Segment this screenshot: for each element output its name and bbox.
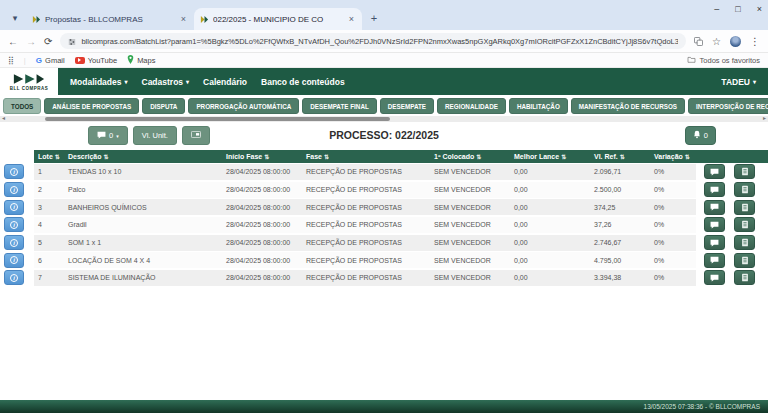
translate-icon[interactable]: [694, 32, 703, 50]
lot-number: 7: [34, 270, 64, 286]
column-header-lote[interactable]: Lote⇅: [34, 150, 64, 163]
url-text[interactable]: bllcompras.com/BatchList?param1=%5Bgkz%5…: [81, 37, 678, 46]
phase-tab[interactable]: DESEMPATE: [380, 98, 434, 114]
phase-tab[interactable]: MANIFESTAÇÃO DE RECURSOS: [571, 98, 685, 114]
lot-report-button[interactable]: [734, 235, 755, 250]
lot-first-place: SEM VENCEDOR: [430, 252, 510, 268]
column-header-inicio-fase[interactable]: Início Fase⇅: [222, 150, 302, 163]
column-header-variacao[interactable]: Variação⇅: [650, 150, 696, 163]
menu-item[interactable]: Calendário: [203, 77, 247, 87]
column-header-vl-ref[interactable]: Vl. Ref.⇅: [590, 150, 650, 163]
lot-info-button[interactable]: i: [4, 270, 24, 285]
phase-tab[interactable]: REGIONALIDADE: [437, 98, 506, 114]
column-header-descricao[interactable]: Descrição⇅: [64, 150, 222, 163]
lot-info-button[interactable]: i: [4, 235, 24, 250]
lot-info-button[interactable]: i: [4, 182, 24, 197]
bell-count: 0: [704, 131, 708, 140]
user-menu[interactable]: TADEU ▾: [721, 77, 756, 87]
tab-close-icon[interactable]: ×: [179, 14, 188, 24]
info-cell: i: [0, 217, 34, 233]
info-icon: i: [10, 186, 18, 194]
lot-chat-button[interactable]: [704, 182, 725, 197]
lot-report-button[interactable]: [734, 164, 755, 179]
lot-description: BANHEIROS QUÍMICOS: [64, 199, 222, 215]
scrollbar-thumb[interactable]: [45, 117, 390, 121]
site-settings-icon[interactable]: [68, 33, 76, 49]
sort-icon: ⇅: [324, 153, 329, 160]
column-header-melhor-lance[interactable]: Melhor Lance⇅: [510, 150, 590, 163]
bll-favicon-icon: [200, 15, 209, 24]
phase-tab[interactable]: TODOS: [3, 98, 41, 114]
menu-item[interactable]: Banco de conteúdos: [261, 77, 345, 87]
lot-first-place: SEM VENCEDOR: [430, 270, 510, 286]
folder-icon: [687, 56, 696, 65]
window-controls: – □ ×: [714, 4, 762, 14]
app-header: BLL COMPRAS Modalidades ▾ Cadastros ▾ Ca…: [0, 68, 768, 95]
lot-report-button[interactable]: [734, 182, 755, 197]
new-tab-button[interactable]: +: [366, 8, 382, 28]
sort-icon: ⇅: [476, 153, 481, 160]
menu-item-label: Calendário: [203, 77, 247, 87]
column-header-colocado[interactable]: 1º Colocado⇅: [430, 150, 510, 163]
lot-start-date: 28/04/2025 08:00:00: [222, 164, 302, 180]
lot-reference-value: 4.795,00: [590, 252, 650, 268]
lot-info-button[interactable]: i: [4, 164, 24, 179]
reload-icon[interactable]: ⟳: [44, 36, 52, 47]
lot-chat-button[interactable]: [704, 164, 725, 179]
actions-cell: [696, 252, 768, 268]
lot-report-button[interactable]: [734, 253, 755, 268]
phase-tab[interactable]: INTERPOSIÇÃO DE RECURSOS: [688, 98, 768, 114]
forward-icon[interactable]: →: [26, 36, 36, 47]
minimize-button[interactable]: –: [714, 4, 719, 14]
lot-best-bid: 0,00: [510, 252, 590, 268]
back-icon[interactable]: ←: [8, 36, 18, 47]
lot-report-button[interactable]: [734, 217, 755, 232]
lot-chat-button[interactable]: [704, 235, 725, 250]
column-header-fase[interactable]: Fase⇅: [302, 150, 430, 163]
phase-tab[interactable]: DISPUTA: [142, 98, 185, 114]
all-bookmarks-button[interactable]: Todos os favoritos: [687, 56, 760, 65]
kebab-menu-icon[interactable]: ⋮: [750, 36, 760, 47]
browser-tab-processo[interactable]: 022/2025 - MUNICIPIO DE CO ×: [194, 8, 362, 30]
footer-timestamp: 13/05/2025 07:38:36 - © BLLCOMPRAS: [644, 403, 760, 410]
lots-table: Lote⇅ Descrição⇅ Início Fase⇅ Fase⇅ 1º C…: [0, 150, 768, 287]
lot-chat-button[interactable]: [704, 253, 725, 268]
bookmark-label: Gmail: [45, 56, 65, 65]
sort-icon: ⇅: [685, 153, 690, 160]
table-row: i 2 Palco 28/04/2025 08:00:00 RECEPÇÃO D…: [0, 181, 768, 199]
lot-info-button[interactable]: i: [4, 253, 24, 268]
tab-search-chevron-icon[interactable]: ▾: [6, 8, 24, 28]
lot-info-button[interactable]: i: [4, 200, 24, 215]
bookmark-star-icon[interactable]: ☆: [712, 36, 721, 47]
info-icon: i: [10, 256, 18, 264]
bookmark-youtube[interactable]: YouTube: [75, 56, 117, 65]
url-box[interactable]: bllcompras.com/BatchList?param1=%5Bgkz%5…: [60, 33, 686, 49]
process-toolbar: 0 ▾ Vl. Unit. PROCESSO: 022/2025 0: [0, 122, 768, 150]
lot-report-button[interactable]: [734, 200, 755, 215]
notifications-button[interactable]: 0: [685, 126, 716, 145]
tab-close-icon[interactable]: ×: [347, 14, 356, 24]
phase-tab[interactable]: DESEMPATE FINAL: [302, 98, 377, 114]
lot-chat-button[interactable]: [704, 200, 725, 215]
phase-tab[interactable]: PRORROGAÇÃO AUTOMÁTICA: [188, 98, 299, 114]
lot-chat-button[interactable]: [704, 217, 725, 232]
bookmark-gmail[interactable]: G Gmail: [36, 56, 65, 65]
lot-report-button[interactable]: [734, 270, 755, 285]
bookmark-label: Maps: [137, 56, 155, 65]
close-button[interactable]: ×: [757, 4, 762, 14]
info-cell: i: [0, 235, 34, 251]
apps-grid-icon[interactable]: ⣿: [8, 56, 14, 65]
browser-tab-propostas[interactable]: Propostas - BLLCOMPRAS ×: [26, 8, 194, 30]
lot-info-button[interactable]: i: [4, 217, 24, 232]
bll-logo[interactable]: BLL COMPRAS: [0, 68, 58, 95]
menu-item[interactable]: Cadastros ▾: [142, 77, 190, 87]
scroll-right-icon[interactable]: ▸: [763, 115, 766, 122]
scroll-left-icon[interactable]: ◂: [2, 115, 5, 122]
phase-tab[interactable]: HABILITAÇÃO: [509, 98, 568, 114]
profile-avatar[interactable]: [730, 36, 741, 47]
maximize-button[interactable]: □: [735, 4, 740, 14]
phase-tab[interactable]: ANÁLISE DE PROPOSTAS: [44, 98, 139, 114]
menu-item[interactable]: Modalidades ▾: [70, 77, 128, 87]
lot-chat-button[interactable]: [704, 270, 725, 285]
bookmark-maps[interactable]: Maps: [127, 55, 155, 66]
